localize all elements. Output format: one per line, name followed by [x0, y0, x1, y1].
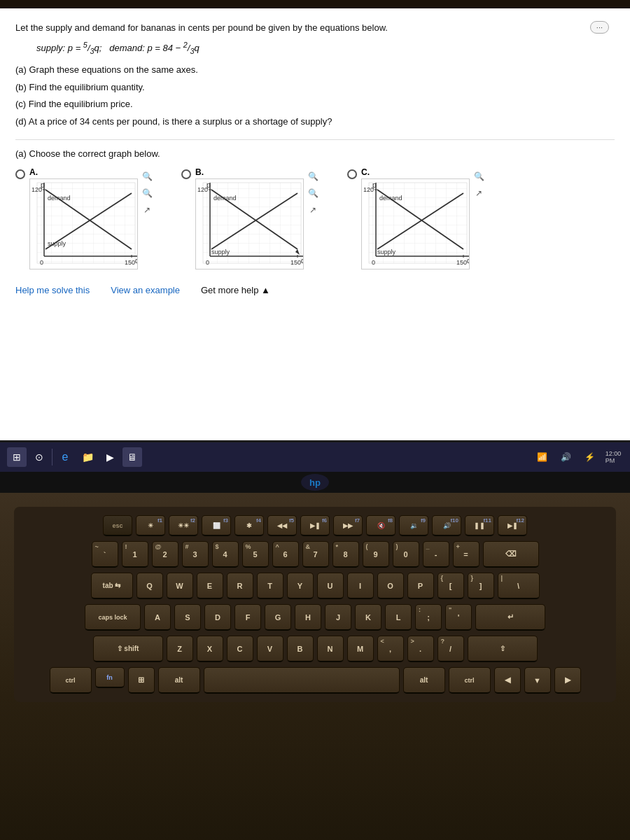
- key-f10[interactable]: f10🔊: [432, 515, 461, 536]
- key-c[interactable]: C: [227, 636, 253, 662]
- key-k[interactable]: K: [355, 604, 382, 631]
- key-d[interactable]: D: [204, 604, 231, 631]
- zoom-in-c[interactable]: 🔍: [472, 170, 485, 183]
- taskbar-volume[interactable]: 🔊: [556, 447, 575, 467]
- key-6[interactable]: ^6: [272, 541, 299, 568]
- key-f11[interactable]: f11❚❚: [465, 515, 494, 536]
- key-u[interactable]: U: [317, 573, 344, 599]
- key-f[interactable]: F: [234, 604, 261, 631]
- key-arrow-right[interactable]: ▶: [554, 667, 581, 694]
- external-c[interactable]: ↗: [472, 187, 485, 200]
- key-ctrl-right[interactable]: ctrl: [449, 667, 491, 694]
- key-z[interactable]: Z: [167, 636, 193, 662]
- key-win[interactable]: ⊞: [128, 667, 155, 694]
- key-f9[interactable]: f9🔉: [399, 515, 428, 536]
- key-equals[interactable]: +=: [453, 541, 479, 568]
- taskbar-app1[interactable]: ▶: [100, 447, 120, 467]
- key-caps[interactable]: caps lock: [85, 604, 141, 631]
- three-dots-button[interactable]: ···: [590, 21, 609, 34]
- key-e[interactable]: E: [197, 573, 223, 599]
- view-example-link[interactable]: View an example: [111, 285, 180, 295]
- key-2[interactable]: @2: [152, 541, 178, 568]
- key-j[interactable]: J: [325, 604, 351, 631]
- get-more-help-button[interactable]: Get more help ▲: [201, 285, 270, 295]
- key-backslash[interactable]: |\: [498, 573, 540, 599]
- key-semicolon[interactable]: :;: [415, 604, 442, 631]
- key-arrow-left[interactable]: ◀: [494, 667, 521, 694]
- key-rbracket[interactable]: }]: [468, 573, 494, 599]
- taskbar-app2[interactable]: 🖥: [122, 447, 142, 467]
- key-t[interactable]: T: [257, 573, 284, 599]
- key-3[interactable]: #3: [182, 541, 209, 568]
- key-a[interactable]: A: [144, 604, 171, 631]
- key-b[interactable]: B: [287, 636, 314, 662]
- zoom-in-b[interactable]: 🔍: [307, 170, 319, 183]
- key-period[interactable]: >.: [407, 636, 434, 662]
- key-8[interactable]: *8: [332, 541, 359, 568]
- key-y[interactable]: Y: [287, 573, 314, 599]
- key-0[interactable]: )0: [393, 541, 419, 568]
- key-f4[interactable]: f4✱: [234, 515, 264, 536]
- external-b[interactable]: ↗: [307, 204, 319, 216]
- key-backtick[interactable]: ~`: [92, 541, 118, 568]
- taskbar-battery[interactable]: ⚡: [580, 447, 599, 467]
- key-9[interactable]: (9: [363, 541, 389, 568]
- key-1[interactable]: !1: [122, 541, 148, 568]
- key-m[interactable]: M: [347, 636, 374, 662]
- taskbar-wifi[interactable]: 📶: [532, 447, 552, 467]
- zoom-in-a2[interactable]: 🔍: [141, 187, 153, 200]
- external-a[interactable]: ↗: [141, 204, 153, 216]
- key-f3[interactable]: f3⬜: [202, 515, 231, 536]
- key-f5[interactable]: f5◀◀: [267, 515, 297, 536]
- key-f8[interactable]: f8🔇: [366, 515, 396, 536]
- key-shift-right[interactable]: ⇧: [468, 636, 538, 662]
- key-quote[interactable]: "': [445, 604, 472, 631]
- key-alt-right[interactable]: alt: [403, 667, 445, 694]
- key-f6[interactable]: f6▶❚: [300, 515, 330, 536]
- key-fn[interactable]: fn: [95, 667, 125, 688]
- zoom-in-b2[interactable]: 🔍: [307, 187, 319, 200]
- radio-b[interactable]: [181, 169, 191, 179]
- key-7[interactable]: &7: [302, 541, 329, 568]
- key-ctrl-left[interactable]: ctrl: [50, 667, 92, 694]
- taskbar-file[interactable]: 📁: [78, 447, 97, 467]
- help-me-link[interactable]: Help me solve this: [15, 285, 90, 295]
- key-shift-left[interactable]: ⇧ shift: [93, 636, 163, 662]
- search-taskbar[interactable]: ⊙: [29, 447, 49, 467]
- key-s[interactable]: S: [174, 604, 201, 631]
- key-h[interactable]: H: [295, 604, 321, 631]
- key-v[interactable]: V: [257, 636, 284, 662]
- key-backspace[interactable]: ⌫: [483, 541, 539, 568]
- start-button[interactable]: ⊞: [7, 447, 27, 467]
- key-o[interactable]: O: [377, 573, 404, 599]
- radio-c[interactable]: [347, 169, 357, 179]
- key-minus[interactable]: _-: [423, 541, 449, 568]
- key-q[interactable]: Q: [136, 573, 163, 599]
- graph-option-b[interactable]: B. p: [181, 167, 319, 272]
- key-enter[interactable]: ↵: [475, 604, 545, 631]
- taskbar-edge[interactable]: e: [55, 447, 75, 467]
- key-f1[interactable]: f1☀: [136, 515, 165, 536]
- key-f7[interactable]: f7▶▶: [333, 515, 363, 536]
- key-arrow-down[interactable]: ▼: [524, 667, 551, 694]
- key-g[interactable]: G: [265, 604, 291, 631]
- key-f2[interactable]: f2☀☀: [169, 515, 198, 536]
- key-alt-left[interactable]: alt: [158, 667, 200, 694]
- graph-option-a[interactable]: A.: [15, 167, 153, 272]
- radio-a[interactable]: [15, 169, 25, 179]
- key-w[interactable]: W: [167, 573, 193, 599]
- graph-option-c[interactable]: C. p: [347, 167, 485, 272]
- key-f12[interactable]: f12▶❚: [498, 515, 527, 536]
- key-r[interactable]: R: [227, 573, 253, 599]
- key-slash[interactable]: ?/: [438, 636, 464, 662]
- key-lbracket[interactable]: {[: [438, 573, 464, 599]
- key-space[interactable]: [204, 667, 400, 694]
- key-comma[interactable]: <,: [377, 636, 404, 662]
- key-p[interactable]: P: [407, 573, 434, 599]
- key-tab[interactable]: tab ⇆: [91, 573, 133, 599]
- key-i[interactable]: I: [347, 573, 374, 599]
- zoom-in-a[interactable]: 🔍: [141, 170, 153, 183]
- key-x[interactable]: X: [197, 636, 223, 662]
- key-esc[interactable]: esc: [103, 515, 132, 536]
- key-4[interactable]: $4: [212, 541, 239, 568]
